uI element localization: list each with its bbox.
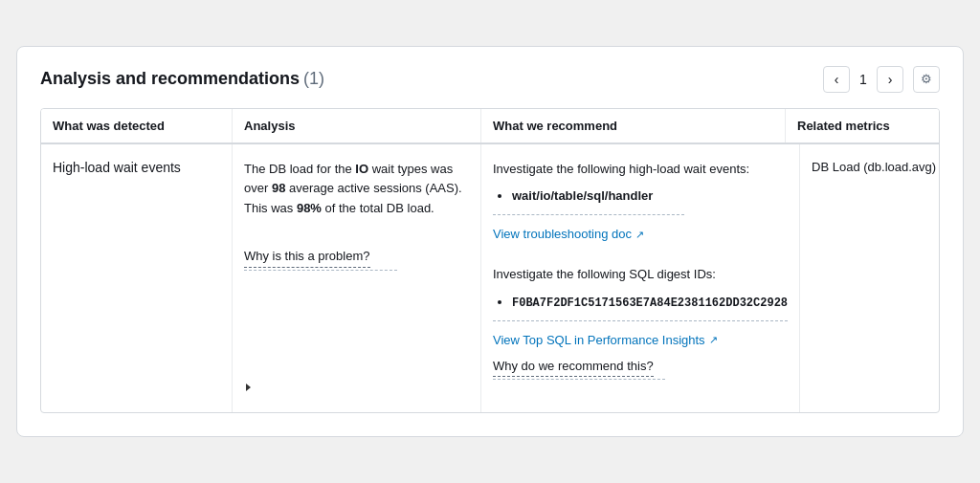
wait-event: wait/io/table/sql/handler — [512, 188, 653, 203]
related-metric-value: DB Load (db.load.avg) — [812, 160, 936, 174]
sql-digest-intro: Investigate the following SQL digest IDs… — [493, 265, 788, 285]
why-problem-link[interactable]: Why is this a problem? — [244, 247, 370, 268]
card-count: (1) — [303, 69, 324, 88]
pagination-page: 1 — [856, 72, 871, 87]
view-top-sql-link[interactable]: View Top SQL in Performance Insights ↗ — [493, 331, 718, 351]
external-link-icon-2: ↗ — [709, 332, 718, 349]
pagination-controls: ‹ 1 › ⚙ — [823, 66, 940, 93]
analysis-card: Analysis and recommendations (1) ‹ 1 › ⚙… — [16, 46, 964, 438]
detected-value: High-load wait events — [53, 160, 181, 175]
detected-cell: High-load wait events — [41, 144, 233, 413]
digest-id: F0BA7F2DF1C5171563E7A84E2381162DD32C2928 — [512, 296, 788, 310]
pagination-next-button[interactable]: › — [877, 66, 903, 93]
recommend-cell: Investigate the following high-load wait… — [481, 144, 800, 413]
card-title-area: Analysis and recommendations (1) — [40, 69, 324, 89]
header-detected: What was detected — [41, 109, 233, 143]
table-header: What was detected Analysis What we recom… — [41, 109, 939, 144]
analysis-text: The DB load for the IO wait types was ov… — [244, 160, 469, 219]
why-recommend-link[interactable]: Why do we recommend this? — [493, 357, 654, 378]
cursor — [244, 378, 251, 398]
view-troubleshooting-doc-link[interactable]: View troubleshooting doc ↗ — [493, 225, 644, 245]
table-row: High-load wait events The DB load for th… — [41, 144, 939, 413]
related-metrics-cell: DB Load (db.load.avg) — [800, 144, 940, 413]
header-metrics: Related metrics — [786, 109, 939, 143]
header-analysis: Analysis — [233, 109, 481, 143]
external-link-icon: ↗ — [635, 227, 644, 244]
header-recommend: What we recommend — [481, 109, 786, 143]
analysis-cell: The DB load for the IO wait types was ov… — [233, 144, 481, 413]
pagination-settings-button[interactable]: ⚙ — [913, 66, 940, 93]
card-title: Analysis and recommendations — [40, 69, 300, 88]
card-header: Analysis and recommendations (1) ‹ 1 › ⚙ — [40, 66, 940, 93]
recommend-intro: Investigate the following high-load wait… — [493, 160, 788, 180]
analysis-table: What was detected Analysis What we recom… — [40, 108, 940, 414]
pagination-prev-button[interactable]: ‹ — [823, 66, 850, 93]
